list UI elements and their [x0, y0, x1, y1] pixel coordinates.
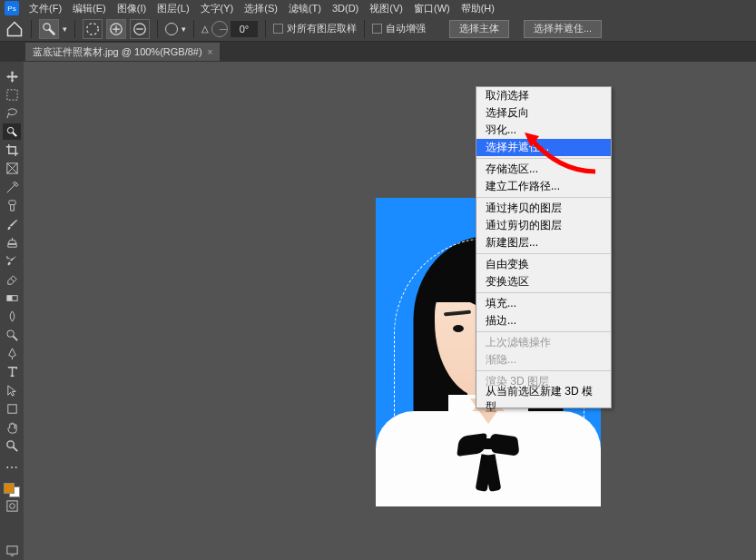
- svg-point-12: [6, 441, 14, 448]
- cm-stroke[interactable]: 描边...: [476, 312, 611, 329]
- document-tab-title: 蓝底证件照素材.jpg @ 100%(RGB/8#): [33, 45, 202, 59]
- zoom-tool[interactable]: [3, 437, 21, 454]
- menu-window[interactable]: 窗口(W): [408, 2, 456, 15]
- svg-point-14: [9, 504, 15, 509]
- context-menu: 取消选择 选择反向 羽化... 选择并遮住... 存储选区... 建立工作路径.…: [476, 86, 612, 408]
- history-brush-tool[interactable]: [3, 253, 21, 270]
- select-and-mask-button[interactable]: 选择并遮住...: [524, 20, 602, 38]
- menu-3d[interactable]: 3D(D): [327, 3, 364, 14]
- separator: [476, 197, 611, 198]
- separator: [476, 253, 611, 254]
- separator: [476, 292, 611, 293]
- svg-rect-13: [6, 501, 16, 511]
- cm-layer-via-copy[interactable]: 通过拷贝的图层: [476, 200, 611, 217]
- canvas-area[interactable]: [24, 62, 756, 560]
- svg-point-10: [6, 330, 14, 338]
- triangle-icon: △: [201, 24, 209, 34]
- add-selection-icon[interactable]: [106, 19, 126, 39]
- cm-deselect[interactable]: 取消选择: [476, 87, 611, 104]
- menu-filter[interactable]: 滤镜(T): [283, 2, 327, 15]
- screen-mode-tool[interactable]: [3, 543, 21, 559]
- svg-rect-15: [6, 546, 16, 554]
- cm-free-transform[interactable]: 自由变换: [476, 256, 611, 273]
- menu-bar: Ps 文件(F) 编辑(E) 图像(I) 图层(L) 文字(Y) 选择(S) 滤…: [0, 0, 756, 16]
- healing-brush-tool[interactable]: [3, 198, 21, 214]
- angle-input[interactable]: [231, 21, 258, 37]
- svg-rect-9: [6, 296, 12, 301]
- menu-image[interactable]: 图像(I): [112, 2, 152, 15]
- brush-tool[interactable]: [3, 216, 21, 232]
- brush-preview-icon[interactable]: [165, 23, 178, 35]
- pen-tool[interactable]: [3, 345, 21, 361]
- eyedropper-tool[interactable]: [3, 179, 21, 195]
- cm-layer-via-cut[interactable]: 通过剪切的图层: [476, 217, 611, 234]
- gradient-tool[interactable]: [3, 290, 21, 306]
- quick-selection-tool[interactable]: [3, 123, 21, 140]
- menu-help[interactable]: 帮助(H): [456, 2, 500, 15]
- menu-type[interactable]: 文字(Y): [195, 2, 240, 15]
- auto-enhance-label: 自动增强: [386, 22, 426, 35]
- hand-tool[interactable]: [3, 419, 21, 436]
- options-bar: ▾ ▾ △ 对所有图层取样 自动增强 选择主体 选择并遮住...: [0, 16, 756, 42]
- separator: [476, 370, 611, 371]
- home-icon[interactable]: [5, 20, 24, 38]
- menu-select[interactable]: 选择(S): [239, 2, 283, 15]
- cm-inverse[interactable]: 选择反向: [476, 104, 611, 122]
- new-selection-icon[interactable]: [83, 19, 103, 39]
- quick-select-tool-icon[interactable]: [39, 19, 59, 39]
- cm-make-work-path[interactable]: 建立工作路径...: [476, 178, 611, 195]
- quick-mask-tool[interactable]: [3, 497, 21, 514]
- angle-control: △: [201, 21, 258, 37]
- cm-last-filter: 上次滤镜操作: [476, 334, 611, 351]
- svg-point-5: [7, 127, 14, 133]
- rect-marquee-tool[interactable]: [3, 86, 21, 103]
- sample-all-label: 对所有图层取样: [287, 22, 357, 35]
- frame-tool[interactable]: [3, 161, 21, 177]
- auto-enhance-checkbox[interactable]: [372, 24, 382, 34]
- separator: [31, 20, 32, 38]
- cm-fade: 渐隐...: [476, 351, 611, 368]
- menu-file[interactable]: 文件(F): [24, 2, 67, 15]
- separator: [364, 20, 365, 38]
- shape-tool[interactable]: [3, 400, 21, 417]
- svg-point-1: [87, 23, 99, 34]
- angle-dial[interactable]: [211, 21, 228, 37]
- separator: [193, 20, 194, 38]
- cm-feather[interactable]: 羽化...: [476, 122, 611, 139]
- cm-transform-selection[interactable]: 变换选区: [476, 273, 611, 290]
- menu-view[interactable]: 视图(V): [364, 2, 408, 15]
- app-logo: Ps: [5, 1, 19, 15]
- separator: [265, 20, 266, 38]
- close-icon[interactable]: ×: [208, 47, 213, 57]
- eraser-tool[interactable]: [3, 271, 21, 288]
- lasso-tool[interactable]: [3, 105, 21, 122]
- document-tab-bar: 蓝底证件照素材.jpg @ 100%(RGB/8#) ×: [0, 42, 756, 62]
- separator: [157, 20, 158, 38]
- svg-rect-4: [6, 90, 16, 100]
- move-tool[interactable]: [3, 68, 21, 84]
- cm-fill[interactable]: 填充...: [476, 295, 611, 312]
- menu-edit[interactable]: 编辑(E): [67, 2, 112, 15]
- color-swatches[interactable]: [4, 483, 20, 498]
- menu-layer[interactable]: 图层(L): [152, 2, 194, 15]
- cm-save-selection[interactable]: 存储选区...: [476, 161, 611, 178]
- select-subject-button[interactable]: 选择主体: [449, 20, 509, 38]
- crop-tool[interactable]: [3, 142, 21, 158]
- foreground-color[interactable]: [4, 483, 15, 494]
- document-tab[interactable]: 蓝底证件照素材.jpg @ 100%(RGB/8#) ×: [25, 43, 220, 61]
- path-select-tool[interactable]: [3, 382, 21, 398]
- type-tool[interactable]: [3, 364, 21, 380]
- more-tools-icon[interactable]: ⋯: [3, 459, 21, 476]
- cm-new-3d[interactable]: 从当前选区新建 3D 模型: [476, 390, 611, 408]
- subtract-selection-icon[interactable]: [130, 19, 150, 39]
- separator: [476, 158, 611, 159]
- sample-all-checkbox[interactable]: [273, 24, 283, 34]
- cm-select-and-mask[interactable]: 选择并遮住...: [476, 139, 611, 156]
- separator: [74, 20, 75, 38]
- separator: [476, 331, 611, 332]
- cm-new-layer[interactable]: 新建图层...: [476, 234, 611, 251]
- blur-tool[interactable]: [3, 309, 21, 325]
- clone-stamp-tool[interactable]: [3, 234, 21, 251]
- dodge-tool[interactable]: [3, 327, 21, 343]
- svg-rect-7: [8, 201, 15, 205]
